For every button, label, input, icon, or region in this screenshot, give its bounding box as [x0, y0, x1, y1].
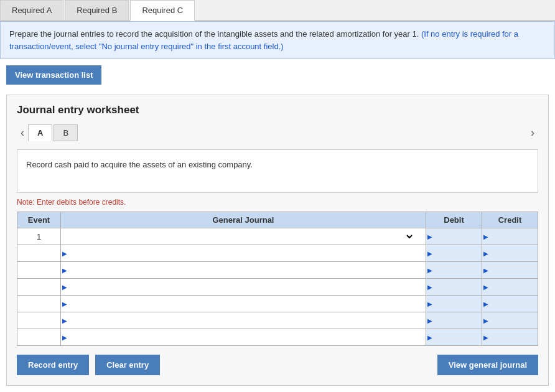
- worksheet-container: Journal entry worksheet ‹ A B › Record c…: [6, 95, 549, 386]
- general-journal-cell[interactable]: ▶: [61, 329, 426, 346]
- table-row: ▶▶▶: [17, 245, 538, 262]
- entry-tab-b[interactable]: B: [54, 124, 78, 141]
- general-journal-input[interactable]: [68, 279, 426, 295]
- general-journal-cell[interactable]: ▶: [61, 245, 426, 262]
- journal-table: Event General Journal Debit Credit 1▶▶▶▶…: [17, 212, 538, 346]
- table-row: ▶▶▶: [17, 329, 538, 346]
- credit-arrow-icon: ▶: [482, 334, 490, 341]
- debit-input[interactable]: [434, 228, 482, 245]
- entry-tab-a[interactable]: A: [28, 124, 52, 141]
- cell-arrow-icon: ▶: [61, 250, 68, 257]
- credit-input[interactable]: [490, 296, 538, 312]
- credit-cell[interactable]: ▶: [482, 296, 538, 312]
- credit-arrow-icon: ▶: [482, 233, 490, 240]
- description-text: Record cash paid to acquire the assets o…: [26, 160, 253, 169]
- clear-entry-button[interactable]: Clear entry: [95, 355, 160, 375]
- tabs-bar: Required A Required B Required C: [0, 0, 555, 21]
- event-cell: [17, 329, 61, 346]
- table-row: ▶▶▶: [17, 296, 538, 312]
- view-general-journal-button[interactable]: View general journal: [437, 355, 538, 375]
- debit-input[interactable]: [434, 296, 482, 312]
- general-journal-select[interactable]: [61, 229, 414, 244]
- debit-input[interactable]: [434, 279, 482, 295]
- general-journal-cell[interactable]: ▶: [61, 262, 426, 279]
- credit-input[interactable]: [490, 245, 538, 261]
- debit-input[interactable]: [434, 312, 482, 329]
- debit-cell[interactable]: ▶: [426, 262, 482, 279]
- debit-arrow-icon: ▶: [426, 317, 434, 324]
- col-debit: Debit: [426, 212, 482, 228]
- worksheet-title: Journal entry worksheet: [17, 104, 538, 116]
- view-transaction-button[interactable]: View transaction list: [6, 65, 101, 85]
- record-entry-button[interactable]: Record entry: [17, 355, 89, 375]
- general-journal-cell[interactable]: ▶: [61, 296, 426, 312]
- debit-input[interactable]: [434, 245, 482, 261]
- debit-cell[interactable]: ▶: [426, 245, 482, 262]
- credit-arrow-icon: ▶: [482, 267, 490, 274]
- general-journal-cell[interactable]: ▶: [61, 312, 426, 329]
- debit-cell[interactable]: ▶: [426, 279, 482, 296]
- description-box: Record cash paid to acquire the assets o…: [17, 149, 538, 193]
- debit-input[interactable]: [434, 262, 482, 278]
- credit-input[interactable]: [490, 279, 538, 295]
- col-general-journal: General Journal: [61, 212, 426, 228]
- credit-input[interactable]: [490, 312, 538, 329]
- cell-arrow-icon: ▶: [61, 301, 68, 307]
- table-row: 1▶▶: [17, 228, 538, 245]
- tab-required-c[interactable]: Required C: [130, 0, 195, 21]
- general-journal-cell[interactable]: ▶: [61, 279, 426, 296]
- general-journal-cell[interactable]: [61, 228, 426, 245]
- table-row: ▶▶▶: [17, 312, 538, 329]
- general-journal-input[interactable]: [68, 245, 426, 261]
- credit-arrow-icon: ▶: [482, 284, 490, 291]
- table-row: ▶▶▶: [17, 262, 538, 279]
- tab-required-b[interactable]: Required B: [65, 0, 129, 20]
- debit-arrow-icon: ▶: [426, 284, 434, 291]
- col-credit: Credit: [482, 212, 538, 228]
- credit-arrow-icon: ▶: [482, 301, 490, 307]
- next-entry-arrow[interactable]: ›: [527, 124, 538, 142]
- cell-arrow-icon: ▶: [61, 334, 68, 341]
- general-journal-input[interactable]: [68, 312, 426, 329]
- credit-input[interactable]: [490, 228, 538, 245]
- event-cell: [17, 262, 61, 279]
- general-journal-input[interactable]: [68, 262, 426, 278]
- note-text: Note: Enter debits before credits.: [17, 198, 538, 207]
- tab-required-a[interactable]: Required A: [0, 0, 63, 20]
- debit-arrow-icon: ▶: [426, 334, 434, 341]
- prev-entry-arrow[interactable]: ‹: [17, 124, 28, 142]
- credit-arrow-icon: ▶: [482, 250, 490, 257]
- cell-arrow-icon: ▶: [61, 317, 68, 324]
- table-row: ▶▶▶: [17, 279, 538, 296]
- credit-cell[interactable]: ▶: [482, 228, 538, 245]
- general-journal-input[interactable]: [68, 329, 426, 345]
- debit-arrow-icon: ▶: [426, 250, 434, 257]
- debit-cell[interactable]: ▶: [426, 312, 482, 329]
- bottom-buttons: Record entry Clear entry View general jo…: [17, 355, 538, 375]
- debit-arrow-icon: ▶: [426, 301, 434, 307]
- cell-arrow-icon: ▶: [61, 267, 68, 274]
- event-cell: [17, 312, 61, 329]
- debit-cell[interactable]: ▶: [426, 296, 482, 312]
- col-event: Event: [17, 212, 61, 228]
- credit-cell[interactable]: ▶: [482, 262, 538, 279]
- debit-cell[interactable]: ▶: [426, 329, 482, 346]
- debit-input[interactable]: [434, 329, 482, 345]
- debit-arrow-icon: ▶: [426, 233, 434, 240]
- instructions-main: Prepare the journal entries to record th…: [9, 29, 419, 39]
- debit-arrow-icon: ▶: [426, 267, 434, 274]
- cell-arrow-icon: ▶: [61, 284, 68, 291]
- event-cell: 1: [17, 228, 61, 245]
- credit-input[interactable]: [490, 329, 538, 345]
- credit-cell[interactable]: ▶: [482, 279, 538, 296]
- event-cell: [17, 279, 61, 296]
- credit-cell[interactable]: ▶: [482, 245, 538, 262]
- debit-cell[interactable]: ▶: [426, 228, 482, 245]
- general-journal-input[interactable]: [68, 296, 426, 312]
- instructions-box: Prepare the journal entries to record th…: [0, 21, 555, 59]
- event-cell: [17, 245, 61, 262]
- credit-input[interactable]: [490, 262, 538, 278]
- entry-tabs-row: ‹ A B ›: [17, 124, 538, 142]
- credit-cell[interactable]: ▶: [482, 329, 538, 346]
- credit-cell[interactable]: ▶: [482, 312, 538, 329]
